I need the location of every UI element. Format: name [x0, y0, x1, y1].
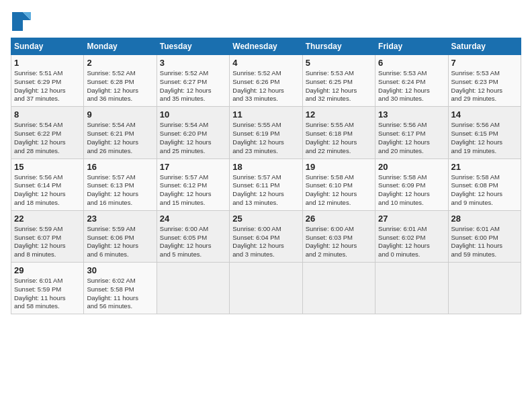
cell-info: Sunrise: 5:54 AMSunset: 6:22 PMDaylight:… [14, 121, 81, 155]
calendar-cell: 25Sunrise: 6:00 AMSunset: 6:04 PMDayligh… [230, 210, 302, 262]
calendar-cell: 22Sunrise: 5:59 AMSunset: 6:07 PMDayligh… [11, 210, 84, 262]
day-number: 21 [451, 162, 518, 172]
cell-info: Sunrise: 5:56 AMSunset: 6:17 PMDaylight:… [378, 121, 445, 155]
cell-info: Sunrise: 5:57 AMSunset: 6:11 PMDaylight:… [232, 173, 299, 208]
day-header-friday: Friday [375, 38, 448, 55]
calendar-cell: 8Sunrise: 5:54 AMSunset: 6:22 PMDaylight… [11, 107, 84, 158]
day-number: 19 [306, 162, 372, 172]
week-row-4: 22Sunrise: 5:59 AMSunset: 6:07 PMDayligh… [11, 210, 521, 262]
cell-info: Sunrise: 5:54 AMSunset: 6:20 PMDaylight:… [160, 121, 226, 155]
calendar-cell: 14Sunrise: 5:56 AMSunset: 6:15 PMDayligh… [448, 107, 521, 158]
calendar-cell: 10Sunrise: 5:54 AMSunset: 6:20 PMDayligh… [157, 107, 229, 158]
day-number: 20 [378, 162, 445, 172]
calendar-cell: 5Sunrise: 5:53 AMSunset: 6:25 PMDaylight… [302, 55, 375, 107]
day-number: 18 [232, 162, 299, 172]
cell-info: Sunrise: 5:53 AMSunset: 6:24 PMDaylight:… [378, 69, 445, 103]
days-header-row: SundayMondayTuesdayWednesdayThursdayFrid… [11, 38, 521, 55]
day-number: 7 [451, 58, 518, 68]
calendar-cell: 7Sunrise: 5:53 AMSunset: 6:23 PMDaylight… [448, 55, 521, 107]
cell-info: Sunrise: 6:00 AMSunset: 6:05 PMDaylight:… [160, 225, 226, 259]
calendar-cell [375, 263, 448, 314]
cell-info: Sunrise: 6:01 AMSunset: 6:00 PMDaylight:… [451, 225, 518, 259]
cell-info: Sunrise: 5:58 AMSunset: 6:09 PMDaylight:… [378, 173, 445, 208]
calendar-cell: 18Sunrise: 5:57 AMSunset: 6:11 PMDayligh… [230, 158, 302, 210]
cell-info: Sunrise: 5:57 AMSunset: 6:13 PMDaylight:… [87, 173, 153, 208]
calendar-cell [157, 263, 229, 314]
calendar-cell: 24Sunrise: 6:00 AMSunset: 6:05 PMDayligh… [157, 210, 229, 262]
day-number: 29 [14, 265, 81, 275]
cell-info: Sunrise: 5:59 AMSunset: 6:07 PMDaylight:… [14, 225, 81, 259]
day-number: 6 [378, 58, 445, 68]
day-number: 26 [306, 214, 372, 224]
calendar-cell: 30Sunrise: 6:02 AMSunset: 5:58 PMDayligh… [84, 263, 157, 314]
cell-info: Sunrise: 5:55 AMSunset: 6:19 PMDaylight:… [232, 121, 299, 155]
cell-info: Sunrise: 6:01 AMSunset: 6:02 PMDaylight:… [378, 225, 445, 259]
calendar-cell: 26Sunrise: 6:00 AMSunset: 6:03 PMDayligh… [302, 210, 375, 262]
day-number: 23 [87, 214, 153, 224]
calendar-cell: 29Sunrise: 6:01 AMSunset: 5:59 PMDayligh… [11, 263, 84, 314]
logo-icon [11, 11, 32, 32]
day-number: 2 [87, 58, 153, 68]
calendar-cell: 27Sunrise: 6:01 AMSunset: 6:02 PMDayligh… [375, 210, 448, 262]
day-number: 17 [160, 162, 226, 172]
cell-info: Sunrise: 6:00 AMSunset: 6:04 PMDaylight:… [232, 225, 299, 259]
day-header-wednesday: Wednesday [230, 38, 302, 55]
cell-info: Sunrise: 6:02 AMSunset: 5:58 PMDaylight:… [87, 277, 153, 311]
calendar-cell: 13Sunrise: 5:56 AMSunset: 6:17 PMDayligh… [375, 107, 448, 158]
calendar-cell: 1Sunrise: 5:51 AMSunset: 6:29 PMDaylight… [11, 55, 84, 107]
week-row-5: 29Sunrise: 6:01 AMSunset: 5:59 PMDayligh… [11, 263, 521, 314]
calendar-cell [230, 263, 302, 314]
calendar-cell: 15Sunrise: 5:56 AMSunset: 6:14 PMDayligh… [11, 158, 84, 210]
page-header [11, 11, 521, 32]
cell-info: Sunrise: 5:51 AMSunset: 6:29 PMDaylight:… [14, 69, 81, 103]
calendar-cell: 4Sunrise: 5:52 AMSunset: 6:26 PMDaylight… [230, 55, 302, 107]
day-number: 24 [160, 214, 226, 224]
cell-info: Sunrise: 5:52 AMSunset: 6:27 PMDaylight:… [160, 69, 226, 103]
cell-info: Sunrise: 6:01 AMSunset: 5:59 PMDaylight:… [14, 277, 81, 311]
day-number: 25 [232, 214, 299, 224]
cell-info: Sunrise: 5:54 AMSunset: 6:21 PMDaylight:… [87, 121, 153, 155]
day-number: 13 [378, 109, 445, 120]
cell-info: Sunrise: 5:58 AMSunset: 6:10 PMDaylight:… [306, 173, 372, 208]
week-row-3: 15Sunrise: 5:56 AMSunset: 6:14 PMDayligh… [11, 158, 521, 210]
calendar-cell: 16Sunrise: 5:57 AMSunset: 6:13 PMDayligh… [84, 158, 157, 210]
day-number: 3 [160, 58, 226, 68]
calendar-cell: 11Sunrise: 5:55 AMSunset: 6:19 PMDayligh… [230, 107, 302, 158]
week-row-1: 1Sunrise: 5:51 AMSunset: 6:29 PMDaylight… [11, 55, 521, 107]
day-number: 8 [14, 109, 81, 120]
cell-info: Sunrise: 5:57 AMSunset: 6:12 PMDaylight:… [160, 173, 226, 208]
calendar-cell: 6Sunrise: 5:53 AMSunset: 6:24 PMDaylight… [375, 55, 448, 107]
calendar-table: SundayMondayTuesdayWednesdayThursdayFrid… [11, 38, 521, 314]
cell-info: Sunrise: 5:56 AMSunset: 6:14 PMDaylight:… [14, 173, 81, 208]
calendar-cell [302, 263, 375, 314]
day-number: 9 [87, 109, 153, 120]
week-row-2: 8Sunrise: 5:54 AMSunset: 6:22 PMDaylight… [11, 107, 521, 158]
cell-info: Sunrise: 5:52 AMSunset: 6:28 PMDaylight:… [87, 69, 153, 103]
day-header-monday: Monday [84, 38, 157, 55]
cell-info: Sunrise: 6:00 AMSunset: 6:03 PMDaylight:… [306, 225, 372, 259]
day-header-sunday: Sunday [11, 38, 84, 55]
day-header-thursday: Thursday [302, 38, 375, 55]
cell-info: Sunrise: 5:56 AMSunset: 6:15 PMDaylight:… [451, 121, 518, 155]
calendar-cell [448, 263, 521, 314]
calendar-cell: 9Sunrise: 5:54 AMSunset: 6:21 PMDaylight… [84, 107, 157, 158]
day-number: 30 [87, 265, 153, 275]
day-number: 4 [232, 58, 299, 68]
day-number: 1 [14, 58, 81, 68]
calendar-cell: 21Sunrise: 5:58 AMSunset: 6:08 PMDayligh… [448, 158, 521, 210]
cell-info: Sunrise: 5:53 AMSunset: 6:23 PMDaylight:… [451, 69, 518, 103]
calendar-cell: 20Sunrise: 5:58 AMSunset: 6:09 PMDayligh… [375, 158, 448, 210]
day-header-saturday: Saturday [448, 38, 521, 55]
cell-info: Sunrise: 5:59 AMSunset: 6:06 PMDaylight:… [87, 225, 153, 259]
day-number: 16 [87, 162, 153, 172]
day-number: 11 [232, 109, 299, 120]
day-number: 12 [306, 109, 372, 120]
calendar-cell: 28Sunrise: 6:01 AMSunset: 6:00 PMDayligh… [448, 210, 521, 262]
day-number: 27 [378, 214, 445, 224]
day-number: 10 [160, 109, 226, 120]
logo [11, 11, 35, 32]
calendar-cell: 2Sunrise: 5:52 AMSunset: 6:28 PMDaylight… [84, 55, 157, 107]
day-number: 14 [451, 109, 518, 120]
calendar-cell: 17Sunrise: 5:57 AMSunset: 6:12 PMDayligh… [157, 158, 229, 210]
calendar-cell: 3Sunrise: 5:52 AMSunset: 6:27 PMDaylight… [157, 55, 229, 107]
